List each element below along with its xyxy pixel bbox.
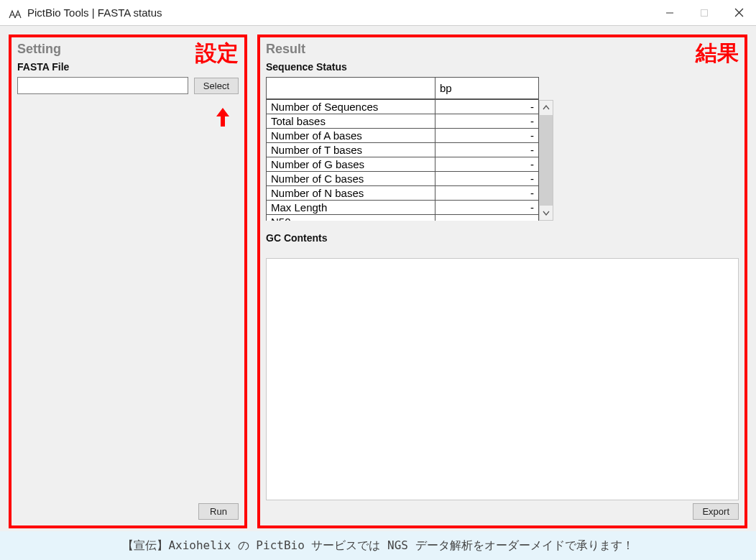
scroll-down-icon[interactable] xyxy=(540,206,553,220)
setting-overlay-label: 設定 xyxy=(195,39,239,68)
sequence-status-table-wrap: bp Number of Sequences-Total bases-Numbe… xyxy=(266,77,553,221)
result-panel: Result 結果 Sequence Status bp Number of S… xyxy=(257,35,747,528)
setting-panel: Setting 設定 FASTA File Select Run xyxy=(9,35,247,528)
row-label: Max Length xyxy=(267,201,435,215)
table-row: Number of G bases- xyxy=(267,157,539,172)
content-area: Setting 設定 FASTA File Select Run Result … xyxy=(0,26,756,531)
row-value: - xyxy=(435,157,538,172)
app-icon xyxy=(7,6,22,20)
arrow-up-icon xyxy=(215,106,231,133)
row-value: - xyxy=(435,201,538,215)
row-label: Number of G bases xyxy=(267,157,435,172)
run-row: Run xyxy=(17,503,239,520)
result-panel-title: Result xyxy=(266,42,739,57)
table-scrollbar[interactable] xyxy=(539,100,553,221)
window-controls xyxy=(653,0,756,25)
table-row: Number of A bases- xyxy=(267,129,539,143)
table-row: Number of N bases- xyxy=(267,186,539,201)
row-label: Number of A bases xyxy=(267,129,435,143)
export-row: Export xyxy=(266,503,739,520)
table-header-col2: bp xyxy=(435,78,538,99)
run-button[interactable]: Run xyxy=(198,503,239,520)
scroll-track[interactable] xyxy=(540,115,553,206)
result-overlay-label: 結果 xyxy=(696,39,739,68)
row-value: - xyxy=(435,143,538,157)
row-value: - xyxy=(435,129,538,143)
row-label: Number of N bases xyxy=(267,186,435,201)
close-button[interactable] xyxy=(722,0,756,25)
table-row: Number of T bases- xyxy=(267,143,539,157)
footer-banner: 【宣伝】Axiohelix の PictBio サービスでは NGS データ解析… xyxy=(0,531,756,560)
row-label: Number of C bases xyxy=(267,172,435,186)
table-row: Total bases- xyxy=(267,114,539,129)
select-button[interactable]: Select xyxy=(194,78,239,94)
minimize-button[interactable] xyxy=(653,0,687,25)
row-value: - xyxy=(435,215,538,221)
fasta-file-input[interactable] xyxy=(17,77,188,94)
gc-contents-label: GC Contents xyxy=(266,232,739,244)
table-row: Number of Sequences- xyxy=(267,100,539,114)
fasta-file-row: Select xyxy=(17,77,239,94)
svg-rect-1 xyxy=(701,9,708,16)
table-row: Number of C bases- xyxy=(267,172,539,186)
maximize-button xyxy=(687,0,722,25)
row-value: - xyxy=(435,172,538,186)
row-label: N50 xyxy=(267,215,435,221)
table-row: N50- xyxy=(267,215,539,221)
window-title: PictBio Tools | FASTA status xyxy=(27,6,653,19)
gc-contents-area xyxy=(266,258,739,500)
export-button[interactable]: Export xyxy=(693,503,739,520)
table-header-col1 xyxy=(267,78,435,99)
scroll-up-icon[interactable] xyxy=(540,101,553,115)
row-label: Number of T bases xyxy=(267,143,435,157)
sequence-status-rows: Number of Sequences-Total bases-Number o… xyxy=(266,99,539,221)
sequence-status-header: bp xyxy=(266,77,539,99)
row-value: - xyxy=(435,186,538,201)
row-value: - xyxy=(435,100,538,114)
row-label: Number of Sequences xyxy=(267,100,435,114)
titlebar: PictBio Tools | FASTA status xyxy=(0,0,756,26)
sequence-status-label: Sequence Status xyxy=(266,61,739,73)
footer-text: 【宣伝】Axiohelix の PictBio サービスでは NGS データ解析… xyxy=(122,538,633,554)
table-row: Max Length- xyxy=(267,201,539,215)
row-value: - xyxy=(435,114,538,129)
row-label: Total bases xyxy=(267,114,435,129)
